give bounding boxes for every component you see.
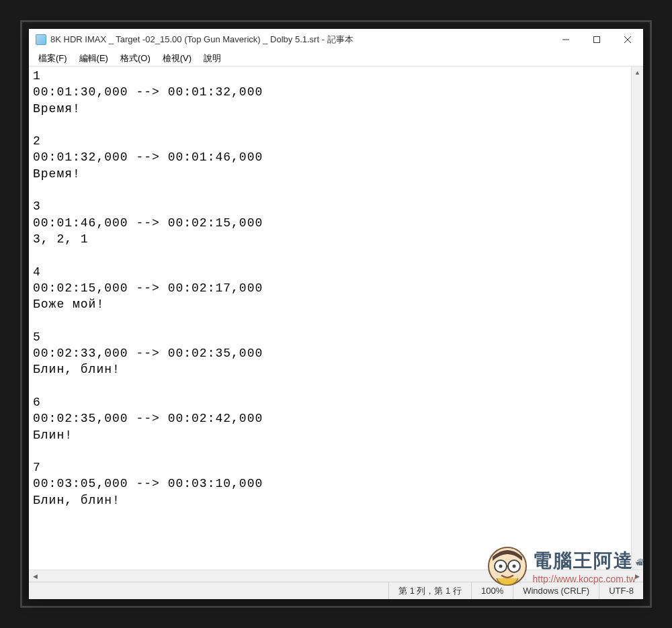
scroll-down-icon[interactable]: ▼	[632, 557, 643, 570]
maximize-button[interactable]	[581, 29, 612, 50]
hscroll-track[interactable]	[41, 570, 631, 582]
menu-view[interactable]: 檢視(V)	[157, 51, 197, 66]
horizontal-scrollbar[interactable]: ◀ ▶	[29, 570, 643, 582]
scroll-left-icon[interactable]: ◀	[29, 570, 41, 582]
statusbar: 第 1 列，第 1 行 100% Windows (CRLF) UTF-8	[29, 582, 643, 599]
notepad-window: 8K HDR IMAX _ Target -02_15.00 (Top Gun …	[29, 29, 643, 599]
svg-rect-1	[594, 36, 600, 42]
notepad-icon	[36, 34, 46, 45]
text-area[interactable]: 1 00:01:30,000 --> 00:01:32,000 Время! 2…	[29, 66, 631, 570]
status-lineending: Windows (CRLF)	[513, 582, 599, 599]
scroll-right-icon[interactable]: ▶	[631, 570, 643, 582]
scroll-up-icon[interactable]: ▲	[632, 66, 643, 79]
close-button[interactable]	[612, 29, 643, 50]
status-zoom: 100%	[471, 582, 513, 599]
menu-format[interactable]: 格式(O)	[115, 51, 156, 66]
menubar: 檔案(F) 編輯(E) 格式(O) 檢視(V) 說明	[29, 50, 643, 66]
menu-file[interactable]: 檔案(F)	[33, 51, 73, 66]
window-title: 8K HDR IMAX _ Target -02_15.00 (Top Gun …	[50, 34, 550, 46]
minimize-button[interactable]	[550, 29, 581, 50]
titlebar[interactable]: 8K HDR IMAX _ Target -02_15.00 (Top Gun …	[29, 29, 643, 50]
status-encoding: UTF-8	[599, 582, 643, 599]
status-position: 第 1 列，第 1 行	[388, 582, 471, 599]
menu-edit[interactable]: 編輯(E)	[74, 51, 114, 66]
menu-help[interactable]: 說明	[198, 51, 226, 66]
vertical-scrollbar[interactable]: ▲ ▼	[631, 66, 643, 570]
